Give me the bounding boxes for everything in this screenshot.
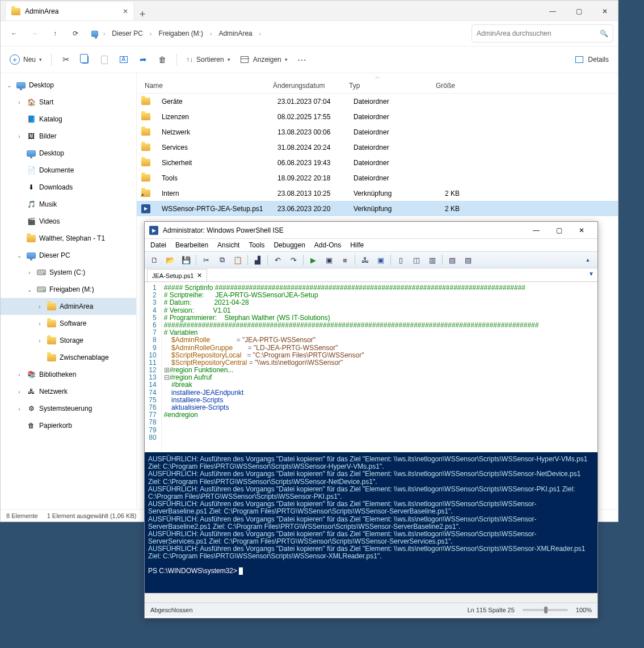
tree-twisty-icon[interactable]: ⌄ [15,253,23,259]
tree-item[interactable]: 🎬Videos [1,213,136,230]
file-row[interactable]: Tools18.09.2022 20:18Dateiordner [137,170,618,186]
search-box[interactable]: 🔍 [472,24,613,43]
remote-icon[interactable]: 🖧 [359,254,371,266]
more-button[interactable] [293,50,310,69]
ise-tab-close-icon[interactable]: ✕ [197,272,202,279]
copy-icon[interactable]: ⧉ [216,254,228,266]
tree-item[interactable]: ⌄Desktop [1,77,136,94]
menu-item[interactable]: Bearbeiten [175,241,208,249]
ise-close-button[interactable]: ✕ [570,222,593,238]
cut-icon[interactable]: ✂ [200,254,212,266]
tree-sidebar[interactable]: ⌄Desktop›🏠Start📘Katalog›🖼BilderDesktop📄D… [1,73,137,509]
copy-button[interactable] [77,50,94,69]
paste-button[interactable] [96,50,113,69]
column-headers[interactable]: Name Änderungsdatum Typ Größe [137,78,618,94]
tree-twisty-icon[interactable]: › [15,372,23,378]
redo-icon[interactable]: ↷ [287,254,300,266]
file-row[interactable]: Geräte23.01.2023 07:04Dateiordner [137,94,618,109]
chevron-right-icon[interactable]: › [100,31,108,37]
col-date[interactable]: Änderungsdatum [273,82,349,90]
tree-item[interactable]: Desktop [1,145,136,162]
menu-item[interactable]: Debuggen [273,241,305,249]
undo-icon[interactable]: ↶ [271,254,284,266]
file-row[interactable]: ▶WSSensor-PRTG-JEA-Setup.ps123.06.2023 2… [137,201,618,216]
crumb-1[interactable]: Freigaben (M:) [155,30,206,37]
run-icon[interactable]: ▶ [307,254,319,266]
tree-twisty-icon[interactable]: › [15,133,23,140]
minimize-button[interactable]: — [540,2,566,20]
save-icon[interactable]: 💾 [180,254,192,266]
forward-button[interactable]: → [26,24,44,43]
ise-script-tabs[interactable]: JEA-Setup.ps1 ✕ ▼ [145,268,597,282]
tree-item[interactable]: 📘Katalog [1,111,136,128]
ps-icon[interactable]: ▣ [374,254,387,266]
tree-twisty-icon[interactable]: › [36,321,44,327]
tree-item[interactable]: ›🖧Netzwerk [1,383,136,400]
ise-console[interactable]: AUSFÜHRLICH: Ausführen des Vorgangs "Dat… [145,452,597,593]
tree-twisty-icon[interactable]: › [36,338,44,344]
ise-scrollbar[interactable] [145,593,597,603]
tree-item[interactable]: ⬇Downloads [1,179,136,196]
crumb-0[interactable]: Dieser PC [109,30,146,37]
tree-twisty-icon[interactable]: ⌄ [5,82,13,89]
layout1-icon[interactable]: ▯ [394,254,407,266]
ise-menubar[interactable]: DateiBearbeitenAnsichtToolsDebuggenAdd-O… [145,239,597,251]
run-selection-icon[interactable]: ▣ [323,254,335,266]
ise-tab[interactable]: JEA-Setup.ps1 ✕ [147,269,207,281]
paste-icon[interactable]: 📋 [231,254,244,266]
col-size[interactable]: Größe [414,82,460,90]
back-button[interactable]: ← [5,24,23,43]
tree-item[interactable]: Zwischenablage [1,349,136,366]
open-file-icon[interactable]: 📂 [164,254,176,266]
cmd-addon-icon[interactable]: ▧ [446,254,458,266]
menu-item[interactable]: Add-Ons [314,241,341,249]
tab-close-icon[interactable]: ✕ [123,7,128,15]
close-button[interactable]: ✕ [592,2,618,20]
cut-button[interactable] [57,50,74,69]
rename-button[interactable] [115,50,132,69]
sort-button[interactable]: ↑↓Sortieren▾ [183,50,234,69]
tree-item[interactable]: Walther, Stephan - T1 [1,230,136,247]
tree-twisty-icon[interactable]: › [36,304,44,310]
tree-item[interactable]: ›Storage [1,332,136,349]
file-row[interactable]: Netzwerk13.08.2023 00:06Dateiordner [137,124,618,140]
chevron-right-icon[interactable]: › [207,31,214,37]
maximize-button[interactable]: ▢ [566,2,592,20]
tree-item[interactable]: ⌄Dieser PC [1,247,136,264]
ise-editor[interactable]: 1 2 3 4 5 6 7 8 9 10 11 12 13 14 74 75 7… [145,282,597,452]
menu-item[interactable]: Tools [249,241,264,249]
col-type[interactable]: Typ [349,82,414,90]
menu-item[interactable]: Datei [150,241,166,249]
tree-item[interactable]: ⌄Freigaben (M:) [1,281,136,298]
tree-item[interactable]: 🎵Musik [1,196,136,213]
tree-item[interactable]: ›📚Bibliotheken [1,366,136,383]
file-row[interactable]: Lizenzen08.02.2025 17:55Dateiordner [137,109,618,124]
tree-item[interactable]: 🗑Papierkorb [1,417,136,434]
chevron-right-icon[interactable]: › [256,31,264,37]
new-button[interactable]: +Neu▾ [6,50,45,69]
tree-item[interactable]: ›AdminArea [1,298,136,315]
zoom-slider[interactable] [523,609,568,611]
delete-button[interactable] [154,50,171,69]
tab-add-button[interactable]: + [134,9,150,20]
chevron-right-icon[interactable]: › [147,31,154,37]
tree-twisty-icon[interactable]: › [15,389,23,395]
search-input[interactable] [477,30,596,37]
tree-item[interactable]: ›🖼Bilder [1,128,136,145]
tree-twisty-icon[interactable]: › [15,406,23,412]
tree-item[interactable]: ›System (C:) [1,264,136,281]
ise-toolbar[interactable]: 🗋 📂 💾 ✂ ⧉ 📋 ▟ ↶ ↷ ▶ ▣ ■ 🖧 ▣ ▯ ◫ ▥ ▧ ▨ ▲ [145,251,597,268]
clear-icon[interactable]: ▟ [251,254,264,266]
col-name[interactable]: Name [137,82,273,90]
stop-icon[interactable]: ■ [339,254,351,266]
view-button[interactable]: Anzeigen▾ [236,50,291,69]
tree-twisty-icon[interactable]: › [26,270,33,276]
file-row[interactable]: Services31.08.2024 20:24Dateiordner [137,140,618,155]
collapse-icon[interactable]: ▲ [582,254,594,266]
layout2-icon[interactable]: ◫ [410,254,423,266]
details-button[interactable]: Details [571,50,612,69]
tree-item[interactable]: ›Software [1,315,136,332]
tab-adminarea[interactable]: AdminArea ✕ [5,2,134,20]
search-icon[interactable]: 🔍 [600,30,608,37]
tree-twisty-icon[interactable]: › [15,99,23,106]
